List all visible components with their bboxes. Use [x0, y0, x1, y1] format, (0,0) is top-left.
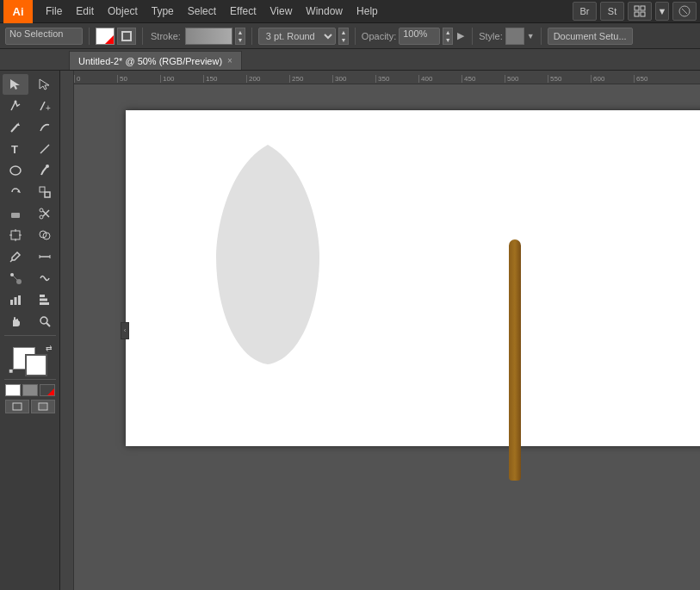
divider-6: [541, 28, 542, 45]
pencil-tool[interactable]: [3, 117, 28, 138]
svg-point-16: [46, 165, 49, 168]
menu-select[interactable]: Select: [182, 0, 222, 23]
tick-0: 0: [74, 75, 117, 83]
tool-row-10: [3, 268, 58, 289]
menu-file[interactable]: File: [40, 0, 68, 23]
selection-group: No Selection: [5, 28, 83, 45]
inside-mode-btn[interactable]: [40, 384, 55, 396]
ruler-left: [60, 71, 74, 590]
mode-area: [5, 384, 55, 396]
tick-550: 550: [548, 75, 591, 83]
shape-builder-tool[interactable]: [32, 225, 58, 245]
tool-row-3: [3, 117, 58, 138]
measure-tool[interactable]: [32, 246, 58, 267]
stroke-color-swatch[interactable]: [25, 354, 47, 376]
svg-rect-41: [14, 297, 16, 305]
canvas-area[interactable]: 0 50 100 150 200 250 300 350 400 450 500…: [60, 71, 700, 590]
column-graph-tool[interactable]: [3, 289, 28, 310]
scissors-tool[interactable]: [32, 203, 58, 224]
svg-point-22: [40, 208, 43, 212]
svg-point-9: [14, 101, 16, 103]
svg-rect-0: [635, 6, 639, 10]
behind-mode-btn[interactable]: [22, 384, 38, 396]
pt-select[interactable]: 3 pt. Round: [258, 28, 336, 45]
stroke-gradient[interactable]: [185, 28, 232, 45]
bar-graph-tool[interactable]: [32, 289, 58, 310]
style-group: Style: ▼: [479, 28, 534, 45]
collapse-panel-btn[interactable]: ‹: [121, 322, 129, 339]
svg-point-15: [10, 166, 21, 175]
divider-3: [251, 28, 252, 45]
rotate-tool[interactable]: [3, 182, 28, 202]
stock-icon-btn[interactable]: St: [600, 2, 624, 21]
divider-1: [89, 28, 90, 45]
svg-rect-49: [40, 404, 46, 409]
type-tool[interactable]: T: [3, 139, 28, 159]
document-tab[interactable]: Untitled-2* @ 50% (RGB/Preview) ×: [69, 51, 242, 70]
tick-600: 600: [591, 75, 634, 83]
paintbrush-tool[interactable]: [32, 160, 58, 181]
ellipse-tool[interactable]: [3, 160, 28, 181]
direct-selection-tool[interactable]: [32, 74, 58, 95]
selection-dropdown[interactable]: No Selection: [5, 28, 83, 45]
tool-row-12: [3, 311, 58, 332]
pt-spinner[interactable]: ▲▼: [338, 28, 349, 45]
scale-tool[interactable]: [32, 182, 58, 202]
artboard-tool[interactable]: [3, 225, 28, 245]
warp-tool[interactable]: [32, 268, 58, 289]
stroke-label: Stroke:: [149, 31, 183, 41]
menu-object[interactable]: Object: [102, 0, 144, 23]
fill-swatch[interactable]: [96, 28, 115, 45]
stroke-spinner[interactable]: ▲▼: [235, 28, 245, 45]
eyedropper-tool[interactable]: [3, 246, 28, 267]
svg-rect-1: [641, 6, 645, 10]
tick-100: 100: [160, 75, 203, 83]
hand-tool[interactable]: [3, 311, 28, 332]
bridge-icon-btn[interactable]: Br: [573, 2, 597, 21]
menu-effect[interactable]: Effect: [224, 0, 262, 23]
line-segment-tool[interactable]: [32, 139, 58, 159]
arrange-btn[interactable]: [672, 2, 697, 21]
menu-window[interactable]: Window: [300, 0, 349, 23]
ai-logo: Ai: [3, 0, 33, 23]
doc-setup-button[interactable]: Document Setu...: [548, 28, 633, 45]
blend-tool[interactable]: [3, 268, 28, 289]
pen-tool[interactable]: [3, 96, 28, 116]
zoom-tool[interactable]: [32, 311, 58, 332]
tool-separator-2: [4, 379, 56, 380]
menu-type[interactable]: Type: [146, 0, 180, 23]
other-screen-mode-btn[interactable]: [31, 400, 55, 413]
tick-50: 50: [117, 75, 160, 83]
swap-colors-btn[interactable]: ⇄: [46, 344, 53, 352]
style-swatch[interactable]: [505, 28, 524, 45]
normal-mode-btn[interactable]: [5, 384, 21, 396]
tab-title: Untitled-2* @ 50% (RGB/Preview): [78, 56, 222, 66]
menu-edit[interactable]: Edit: [70, 0, 100, 23]
opacity-group: Opacity: 100% ▲▼ ▶: [362, 28, 466, 45]
pt-group: 3 pt. Round ▲▼: [258, 28, 349, 45]
toolbar-bar: No Selection Stroke: ▲▼ 3 pt. Round ▲▼ O…: [0, 23, 700, 49]
selection-tool[interactable]: [3, 74, 28, 95]
divider-5: [472, 28, 473, 45]
screen-mode-btn[interactable]: [5, 400, 29, 413]
opacity-spinner[interactable]: ▲▼: [443, 28, 453, 45]
divider-2: [142, 28, 143, 45]
svg-line-5: [682, 9, 687, 14]
menu-help[interactable]: Help: [350, 0, 384, 23]
tab-close-btn[interactable]: ×: [227, 56, 232, 65]
ruler-top: 0 50 100 150 200 250 300 350 400 450 500…: [74, 71, 700, 84]
stroke-icon[interactable]: [117, 28, 136, 45]
workspace-switcher[interactable]: [628, 2, 652, 21]
add-anchor-tool[interactable]: +: [32, 96, 58, 116]
search-workspace-btn[interactable]: ▼: [655, 2, 669, 21]
opacity-value[interactable]: 100%: [399, 28, 440, 45]
svg-rect-40: [10, 300, 13, 305]
reset-colors-btn[interactable]: ■: [9, 367, 14, 375]
menu-view[interactable]: View: [264, 0, 299, 23]
tick-300: 300: [332, 75, 375, 83]
smooth-tool[interactable]: [32, 117, 58, 138]
svg-rect-18: [40, 187, 45, 192]
canvas-content[interactable]: [74, 84, 700, 590]
eraser-tool[interactable]: [3, 203, 28, 224]
opacity-label: Opacity:: [362, 31, 396, 41]
